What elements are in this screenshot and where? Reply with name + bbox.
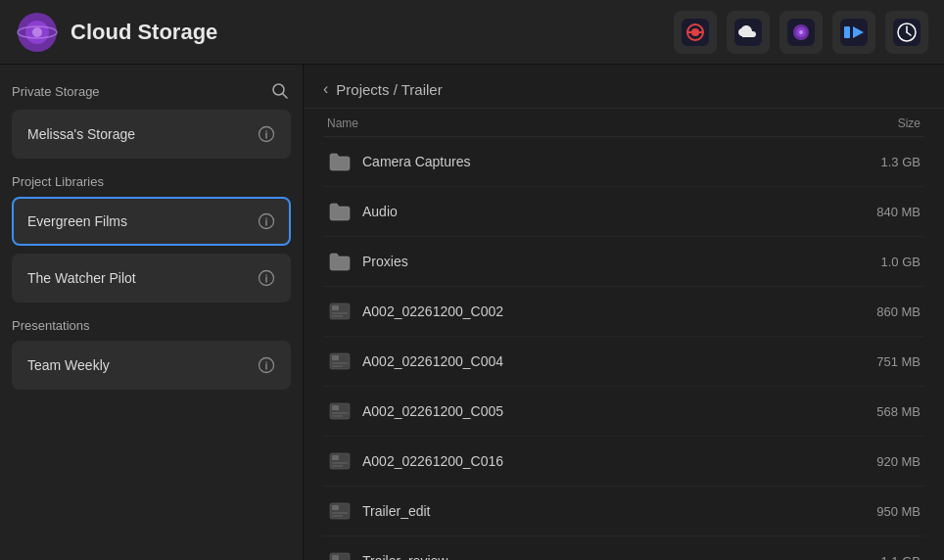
table-row-size: 840 MB	[842, 205, 920, 219]
table-row-size: 950 MB	[842, 504, 920, 519]
file-icon	[327, 548, 353, 560]
header-toolbar	[674, 11, 928, 54]
table-row-name: A002_02261200_C002	[362, 303, 503, 319]
table-row-name: A002_02261200_C016	[362, 453, 503, 469]
table-row-left: Trailer_review	[327, 548, 842, 560]
team-weekly-label: Team Weekly	[27, 357, 110, 373]
svg-rect-56	[332, 555, 339, 560]
project-libraries-section: Project Libraries	[12, 174, 291, 189]
svg-rect-36	[332, 305, 339, 310]
folder-icon	[327, 149, 353, 174]
header: Cloud Storage	[0, 0, 944, 65]
main-layout: Private Storage Melissa's Storage Projec…	[0, 65, 944, 560]
table-row-size: 1.1 GB	[842, 554, 920, 561]
table-row[interactable]: A002_02261200_C004 751 MB	[323, 337, 924, 387]
table-row-left: Trailer_edit	[327, 498, 842, 524]
table-row-left: Camera Captures	[327, 149, 842, 174]
melissa-storage-item[interactable]: Melissa's Storage	[12, 110, 291, 159]
svg-point-25	[265, 130, 267, 132]
table-row-name: Proxies	[362, 254, 408, 269]
team-weekly-info-button[interactable]	[258, 356, 275, 374]
file-icon	[327, 448, 353, 474]
project-libraries-label: Project Libraries	[12, 174, 104, 189]
table-row-size: 860 MB	[842, 304, 920, 319]
breadcrumb-back-button[interactable]: ‹	[323, 80, 328, 98]
team-weekly-item[interactable]: Team Weekly	[12, 341, 291, 390]
presentations-section: Presentations	[12, 318, 291, 333]
watcher-pilot-info-button[interactable]	[258, 269, 275, 287]
svg-point-28	[265, 217, 267, 219]
table-row-left: Proxies	[327, 249, 842, 274]
private-storage-label: Private Storage	[12, 84, 100, 99]
clock-icon[interactable]	[885, 11, 928, 54]
table-row[interactable]: A002_02261200_C002 860 MB	[323, 287, 924, 337]
svg-line-22	[283, 94, 288, 99]
play-icon[interactable]	[832, 11, 875, 54]
svg-point-13	[799, 30, 803, 34]
table-row-left: A002_02261200_C004	[327, 349, 842, 374]
table-row[interactable]: Trailer_review 1.1 GB	[323, 537, 924, 560]
table-row-name: Trailer_review	[362, 553, 448, 560]
file-icon	[327, 349, 353, 374]
evergreen-films-label: Evergreen Films	[27, 213, 127, 229]
breadcrumb: Projects / Trailer	[336, 81, 442, 98]
cloud-app-icon[interactable]	[727, 11, 770, 54]
content-panel: ‹ Projects / Trailer Name Size Camera Ca…	[304, 65, 944, 560]
svg-rect-15	[844, 26, 850, 38]
table-row[interactable]: Proxies 1.0 GB	[323, 237, 924, 287]
table-row[interactable]: Camera Captures 1.3 GB	[323, 137, 924, 187]
media-icon[interactable]	[779, 11, 823, 54]
folder-icon	[327, 199, 353, 224]
svg-rect-40	[332, 355, 339, 360]
table-row-size: 751 MB	[842, 354, 920, 369]
table-row[interactable]: A002_02261200_C005 568 MB	[323, 387, 924, 437]
svg-rect-52	[332, 505, 339, 510]
svg-point-2	[32, 27, 42, 37]
davinci-resolve-icon[interactable]	[674, 11, 717, 54]
table-row-name: Audio	[362, 204, 398, 219]
app-title: Cloud Storage	[71, 20, 674, 45]
svg-rect-48	[332, 455, 339, 460]
table-row-size: 920 MB	[842, 454, 920, 469]
breadcrumb-nav: ‹ Projects / Trailer	[304, 65, 944, 109]
svg-point-34	[265, 361, 267, 363]
private-storage-section: Private Storage	[12, 80, 291, 102]
file-icon	[327, 398, 353, 424]
table-row[interactable]: A002_02261200_C016 920 MB	[323, 437, 924, 487]
table-row-size: 1.0 GB	[842, 255, 920, 269]
table-header: Name Size	[323, 109, 924, 137]
file-icon	[327, 299, 353, 324]
presentations-label: Presentations	[12, 318, 90, 333]
evergreen-films-info-button[interactable]	[258, 212, 275, 230]
file-list: Name Size Camera Captures 1.3 GB Audio 8…	[304, 109, 944, 560]
folder-icon	[327, 249, 353, 274]
evergreen-films-item[interactable]: Evergreen Films	[12, 197, 291, 246]
col-name-header: Name	[327, 117, 842, 130]
svg-rect-44	[332, 405, 339, 410]
table-row-name: A002_02261200_C004	[362, 353, 503, 369]
watcher-pilot-item[interactable]: The Watcher Pilot	[12, 254, 291, 303]
table-row-size: 568 MB	[842, 404, 920, 419]
table-row-name: Trailer_edit	[362, 503, 431, 519]
table-row[interactable]: Audio 840 MB	[323, 187, 924, 237]
table-row-size: 1.3 GB	[842, 155, 920, 169]
table-row[interactable]: Trailer_edit 950 MB	[323, 487, 924, 537]
table-row-left: A002_02261200_C016	[327, 448, 842, 474]
table-row-left: A002_02261200_C002	[327, 299, 842, 324]
melissa-storage-info-button[interactable]	[258, 125, 275, 143]
sidebar: Private Storage Melissa's Storage Projec…	[0, 65, 304, 560]
table-row-name: A002_02261200_C005	[362, 403, 503, 419]
app-logo	[16, 11, 59, 54]
col-size-header: Size	[842, 117, 920, 130]
watcher-pilot-label: The Watcher Pilot	[27, 270, 136, 286]
svg-point-6	[691, 28, 699, 36]
table-row-left: A002_02261200_C005	[327, 398, 842, 424]
file-icon	[327, 498, 353, 524]
melissa-storage-label: Melissa's Storage	[27, 126, 135, 142]
table-row-left: Audio	[327, 199, 842, 224]
table-row-name: Camera Captures	[362, 154, 471, 169]
search-button[interactable]	[269, 80, 291, 102]
svg-point-31	[265, 274, 267, 276]
